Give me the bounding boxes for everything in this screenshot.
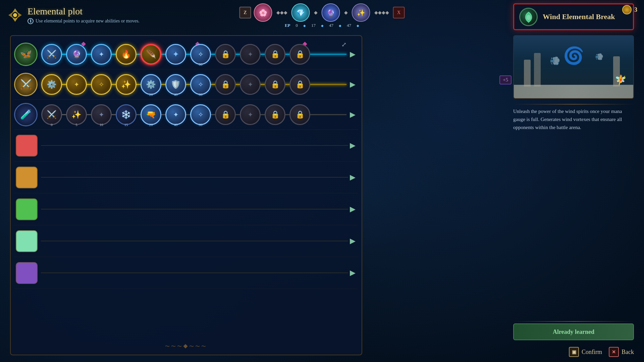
skill-node-blocked-2[interactable]: ✦ — [239, 103, 262, 126]
back-button[interactable]: ✕ Back — [609, 347, 634, 357]
skill-node-ylocked-3[interactable]: 🔒 — [264, 73, 286, 96]
node-cost-b15: 15 — [124, 123, 128, 127]
party-arrow-1: ◆◆◆ — [275, 10, 289, 15]
skill-node-bdia2[interactable]: ✦ 40 — [164, 103, 187, 126]
ep-value-2: 17 — [311, 23, 316, 28]
ep-value-4: 47 — [347, 23, 351, 28]
skill-node-bgun[interactable]: 🔫 20 — [140, 103, 162, 126]
svg-point-4 — [13, 13, 17, 17]
skill-node-ylocked-2[interactable]: ✦ — [239, 73, 262, 96]
party-bar: Z 🌸 ◆◆◆ 💎 ◆ 🔮 ◆ ✨ ◆◆◆◆ X — [239, 3, 405, 22]
skill-node-bmagic[interactable]: ✨ 5 — [65, 103, 88, 126]
plus-badge: +5 — [499, 75, 512, 84]
node-cost-60: 60 — [199, 62, 203, 66]
ep-value-3: 47 — [329, 23, 333, 28]
party-slot-3[interactable]: 🔮 — [322, 3, 340, 22]
node-cost-b0: 0 — [51, 123, 53, 127]
skill-node-selected[interactable]: 🪶 — [140, 43, 162, 66]
color-swatch-red[interactable] — [16, 135, 38, 157]
expand-icon[interactable]: ⤢ — [341, 41, 346, 48]
skill-node-magic1[interactable]: 🔮 — [65, 43, 88, 66]
skill-node-yshield[interactable]: 🛡️ 40 — [164, 73, 187, 96]
party-slot-1[interactable]: 🌸 — [254, 3, 272, 22]
char-avatar-3: 🧪 — [14, 103, 38, 126]
skill-node-locked-3[interactable]: 🔒 — [264, 43, 286, 66]
skill-node-blocked-1[interactable]: 🔒 — [214, 103, 237, 126]
node-cost-b60: 60 — [199, 123, 203, 127]
node-cost-b40: 40 — [174, 123, 178, 127]
ep-diamond-3: ◆ — [339, 24, 341, 27]
row-arrow-2: ▶ — [350, 80, 356, 89]
confirm-button[interactable]: ▣ Confirm — [569, 347, 602, 357]
skill-node-blocked-3[interactable]: 🔒 — [264, 103, 286, 126]
skill-node-locked-2[interactable]: ✦ — [239, 43, 262, 66]
party-arrow-2: ◆ — [313, 10, 319, 15]
row-arrow-purple: ▶ — [350, 268, 356, 277]
skill-node-bblue[interactable]: ❄️ 15 — [115, 103, 138, 126]
currency-amount: 3 — [634, 6, 637, 13]
elemental-icon — [7, 7, 23, 23]
row-arrow-3: ▶ — [350, 110, 356, 119]
ability-description: Unleash the power of the wind spirits on… — [513, 107, 634, 131]
subtitle: ℹ Use elemental points to acquire new ab… — [28, 18, 140, 24]
already-learned-badge: Already learned — [513, 323, 634, 340]
svg-marker-2 — [8, 12, 13, 18]
currency-icon — [622, 5, 632, 14]
skill-node-ydiamond[interactable]: ✧ — [90, 73, 113, 96]
color-row-orange: ▶ — [14, 162, 358, 193]
row-arrow-green: ▶ — [350, 205, 356, 214]
color-row-purple: ▶ — [14, 257, 358, 289]
ep-diamond-2: ◆ — [321, 24, 324, 27]
color-swatch-purple[interactable] — [16, 262, 38, 284]
confirm-key: ▣ — [569, 347, 579, 357]
confirm-label: Confirm — [582, 349, 602, 356]
skill-node-ylocked-1[interactable]: 🔒 — [214, 73, 237, 96]
bottom-buttons: ▣ Confirm ✕ Back — [569, 347, 634, 357]
x-button[interactable]: X — [393, 7, 405, 18]
skill-node-blocked-4[interactable]: 🔒 — [288, 103, 311, 126]
svg-marker-3 — [17, 12, 22, 18]
skill-node-yfire[interactable]: ✨ — [115, 73, 138, 96]
skill-node-bdiamond[interactable]: ✦ 10 — [90, 103, 113, 126]
subtitle-text: Use elemental points to acquire new abil… — [36, 18, 140, 24]
row-arrow-teal: ▶ — [350, 237, 356, 245]
currency-display: 3 — [622, 5, 637, 14]
skill-node-diamond1[interactable]: ✦ — [90, 43, 113, 66]
skill-node-blade1[interactable]: ✦ — [164, 43, 187, 66]
row-arrow-red: ▶ — [350, 141, 356, 150]
skill-node-diamond2[interactable]: ✧ 60 — [189, 43, 212, 66]
skill-node-ydia2[interactable]: ✧ 60 — [189, 73, 212, 96]
node-cost-y40: 40 — [174, 93, 178, 97]
skill-node-ygear[interactable]: ⚙️ — [40, 73, 63, 96]
party-arrow-3: ◆ — [343, 10, 349, 15]
skill-node-ygear2[interactable]: ⚙️ 20 — [140, 73, 162, 96]
party-slot-2[interactable]: 💎 — [291, 3, 310, 22]
party-arrow-4: ◆◆◆◆ — [373, 10, 390, 15]
skill-node-locked-4[interactable]: 🔒 — [288, 43, 311, 66]
back-key: ✕ — [609, 347, 619, 357]
grid-row-2: ⚔️ ⚙️ ✦ ✧ ✨ ⚙️ 20 🛡️ 40 ✧ 60 — [14, 69, 358, 100]
ep-diamond-4: ◆ — [357, 24, 359, 27]
skill-node-sword[interactable]: ⚔️ — [40, 43, 63, 66]
back-label: Back — [622, 349, 634, 356]
color-swatch-orange[interactable] — [16, 167, 38, 188]
z-button[interactable]: Z — [239, 7, 251, 18]
skill-node-bsword[interactable]: ⚔️ 0 — [40, 103, 63, 126]
color-row-red: ▶ — [14, 130, 358, 162]
skill-node-locked-1[interactable]: 🔒 — [214, 43, 237, 66]
skill-node-ylocked-4[interactable]: 🔒 — [288, 73, 311, 96]
row-arrow-1: ▶ — [350, 50, 356, 59]
color-swatch-teal[interactable] — [16, 230, 38, 252]
char-avatar-1: 🦋 — [14, 43, 38, 66]
info-icon: ℹ — [28, 18, 34, 24]
ep-value-1: 0 — [296, 23, 298, 28]
color-swatch-green[interactable] — [16, 198, 38, 220]
skill-node-ymagic[interactable]: ✦ — [65, 73, 88, 96]
grid-row-3: 🧪 ⚔️ 0 ✨ 5 ✦ 10 ❄️ — [14, 100, 358, 130]
party-slot-4[interactable]: ✨ — [352, 3, 370, 22]
skill-node-fire[interactable]: 🔥 — [115, 43, 138, 66]
right-divider — [513, 104, 634, 105]
node-cost-y20: 20 — [149, 93, 153, 97]
skill-node-bdia3[interactable]: ✧ 60 — [189, 103, 212, 126]
bottom-deco: 〜〜〜◆〜〜〜 — [165, 344, 207, 350]
